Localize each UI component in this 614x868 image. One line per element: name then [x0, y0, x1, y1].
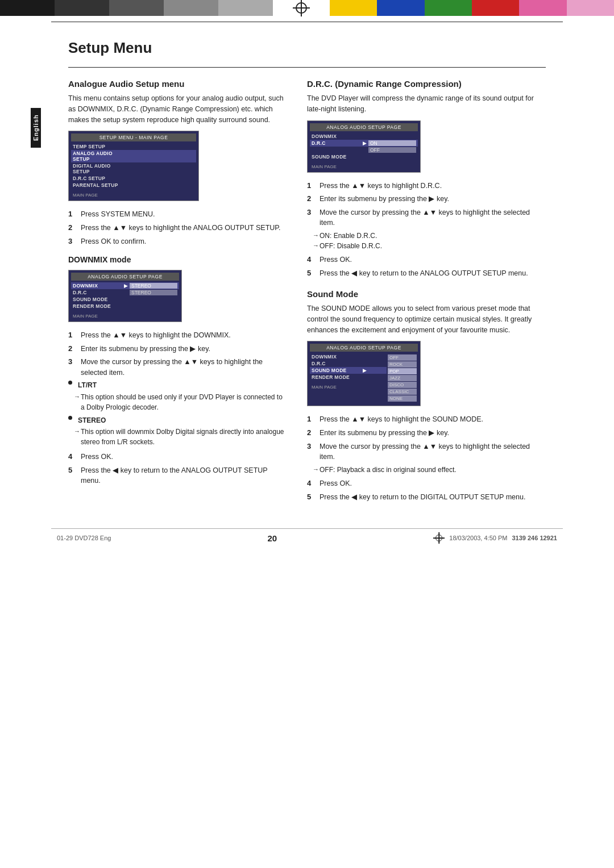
drc-menu-box: ANALOG AUDIO SETUP PAGE DOWNMIX D.R.C ▶ … [307, 120, 421, 173]
drc-menu-title: ANALOG AUDIO SETUP PAGE [310, 123, 418, 131]
downmix-menu-row-downmix: DOWNMIX ▶ STEREO [71, 282, 179, 289]
left-column: Analogue Audio Setup menu This menu cont… [68, 79, 284, 506]
color-seg-blue [377, 0, 424, 16]
stereo-bullet: This option will downmix Dolby Digital s… [74, 427, 284, 447]
two-column-layout: Analogue Audio Setup menu This menu cont… [68, 79, 546, 506]
bottom-file-info: 01-29 DVD728 Eng [57, 535, 111, 541]
bottom-crosshair-icon [433, 532, 445, 544]
sound-steps-4-5: 4 Press OK. 5 Press the ◀ key to return … [307, 478, 546, 503]
sound-step-4: 4 Press OK. [307, 478, 546, 489]
sound-menu-row-render: RENDER MODE [310, 374, 387, 381]
sound-menu-main-area: DOWNMIX D.R.C SOUND MODE ▶ RENDER MODE [310, 353, 418, 403]
main-setup-menu-box: SETUP MENU - MAIN PAGE TEMP SETUP ANALOG… [68, 131, 199, 201]
drc-steps-list: 1 Press the ▲▼ keys to highlight D.R.C. … [307, 181, 546, 228]
sound-mode-intro-text: The SOUND MODE allows you to select from… [307, 303, 546, 335]
color-seg-green [425, 0, 472, 16]
bar-seg-4 [164, 0, 218, 16]
sound-steps-list: 1 Press the ▲▼ keys to highlight the SOU… [307, 414, 546, 462]
sound-menu-row-drc: D.R.C [310, 360, 387, 367]
title-rule [68, 67, 546, 68]
downmix-steps-list: 1 Press the ▲▼ keys to highlight the DOW… [68, 330, 284, 378]
menu-row-parental: PARENTAL SETUP [71, 182, 196, 189]
drc-bullet-on: ON: Enable D.R.C. [313, 231, 546, 241]
downmix-menu-footer: MAIN PAGE [71, 313, 179, 319]
bullet-icon-stereo [68, 416, 72, 420]
sound-val-off: OFF [388, 354, 417, 361]
step-1: 1 Press SYSTEM MENU. [68, 209, 284, 220]
language-tab: English [31, 108, 41, 148]
drc-section: D.R.C. (Dynamic Range Compression) The D… [307, 79, 546, 279]
menu-row-digital: DIGITAL AUDIO SETUP [71, 162, 196, 175]
downmix-section-title: DOWNMIX mode [68, 255, 284, 264]
sound-step-1: 1 Press the ▲▼ keys to highlight the SOU… [307, 414, 546, 425]
sound-val-none: NONE [388, 395, 417, 402]
drc-bullet-list: ON: Enable D.R.C. OFF: Disable D.R.C. [313, 231, 546, 251]
drc-step-2: 2 Enter its submenu by pressing the ▶ ke… [307, 194, 546, 205]
color-seg-red [472, 0, 519, 16]
crosshair-circle [296, 2, 307, 14]
main-steps-list: 1 Press SYSTEM MENU. 2 Press the ▲▼ keys… [68, 209, 284, 247]
main-content: Setup Menu Analogue Audio Setup menu Thi… [51, 22, 563, 517]
bottom-right-area: 18/03/2003, 4:50 PM 3139 246 12921 [433, 532, 557, 544]
sound-menu-footer: MAIN PAGE [310, 384, 387, 390]
sound-bullet-list: OFF: Playback a disc in original sound e… [313, 465, 546, 475]
downmix-menu-row-drc: D.R.C STEREO [71, 289, 179, 296]
right-column: D.R.C. (Dynamic Range Compression) The D… [307, 79, 546, 506]
drc-menu-row-sound: SOUND MODE [310, 153, 418, 160]
drc-intro-text: The DVD Player will compress the dynamic… [307, 93, 546, 115]
sound-menu-title: ANALOG AUDIO SETUP PAGE [310, 344, 418, 352]
step-3: 3 Press OK to confirm. [68, 236, 284, 247]
drc-step-4: 4 Press OK. [307, 254, 546, 265]
bottom-page-num: 20 [268, 533, 277, 543]
sound-step-2: 2 Enter its submenu by pressing the ▶ ke… [307, 428, 546, 439]
drc-menu-row-off: OFF [310, 147, 418, 153]
bar-seg-3 [109, 0, 164, 16]
bar-seg-2 [55, 0, 109, 16]
drc-step-3: 3 Move the cursor by pressing the ▲▼ key… [307, 207, 546, 228]
downmix-step-5: 5 Press the ◀ key to return to the ANALO… [68, 465, 284, 486]
sound-val-pop: POP [388, 368, 417, 374]
top-bar-color-segments [330, 0, 614, 16]
sound-mode-menu-box: ANALOG AUDIO SETUP PAGE DOWNMIX D.R.C SO… [307, 341, 421, 406]
downmix-menu-box: ANALOG AUDIO SETUP PAGE DOWNMIX ▶ STEREO… [68, 270, 182, 322]
stereo-sub-list: This option will downmix Dolby Digital s… [74, 427, 284, 447]
color-seg-yellow [330, 0, 377, 16]
bottom-crosshair-circle [435, 535, 442, 541]
downmix-step-3: 3 Move the cursor by pressing the ▲▼ key… [68, 357, 284, 377]
main-menu-title: SETUP MENU - MAIN PAGE [71, 133, 196, 141]
step-2: 2 Press the ▲▼ keys to highlight the ANA… [68, 223, 284, 233]
drc-menu-row-drc: D.R.C ▶ ON [310, 140, 418, 147]
downmix-steps-4-5: 4 Press OK. 5 Press the ◀ key to return … [68, 452, 284, 486]
analogue-audio-section-title: Analogue Audio Setup menu [68, 79, 284, 89]
sound-menu-row-sound-mode: SOUND MODE ▶ [310, 367, 387, 374]
drc-steps-4-5: 4 Press OK. 5 Press the ◀ key to return … [307, 254, 546, 279]
downmix-step-4: 4 Press OK. [68, 452, 284, 462]
bullet-icon-ltrt [68, 381, 72, 385]
top-bar-dark-segments [0, 0, 273, 16]
bottom-bar: 01-29 DVD728 Eng 20 18/03/2003, 4:50 PM … [51, 528, 563, 547]
bar-seg-5 [218, 0, 273, 16]
analogue-audio-intro-text: This menu contains setup options for you… [68, 93, 284, 125]
sound-menu-values: OFF ROCK POP JAZZ DISCO CLASSIC NONE [387, 353, 418, 403]
drc-menu-footer: MAIN PAGE [310, 164, 418, 170]
bullet-ltrt: LT/RT [68, 381, 284, 390]
sound-bullet-off: OFF: Playback a disc in original sound e… [313, 465, 546, 475]
top-bar-crosshair [273, 0, 330, 16]
drc-step-5: 5 Press the ◀ key to return to the ANALO… [307, 268, 546, 279]
bar-seg-1 [0, 0, 55, 16]
drc-bullet-off: OFF: Disable D.R.C. [313, 241, 546, 251]
sound-val-jazz: JAZZ [388, 375, 417, 381]
color-seg-light-pink [567, 0, 614, 16]
downmix-step-1: 1 Press the ▲▼ keys to highlight the DOW… [68, 330, 284, 341]
drc-section-title: D.R.C. (Dynamic Range Compression) [307, 79, 546, 89]
menu-row-temp: TEMP SETUP [71, 143, 196, 150]
page-title: Setup Menu [68, 39, 546, 57]
drc-menu-row-downmix: DOWNMIX [310, 133, 418, 140]
downmix-menu-row-render: RENDER MODE [71, 303, 179, 310]
menu-row-drc: D.R.C SETUP [71, 175, 196, 182]
sound-mode-section: Sound Mode The SOUND MODE allows you to … [307, 289, 546, 503]
bullet-stereo: STEREO [68, 416, 284, 425]
drc-step-1: 1 Press the ▲▼ keys to highlight D.R.C. [307, 181, 546, 191]
menu-row-analog: ANALOG AUDIO SETUP [71, 150, 196, 162]
sound-mode-section-title: Sound Mode [307, 289, 546, 299]
